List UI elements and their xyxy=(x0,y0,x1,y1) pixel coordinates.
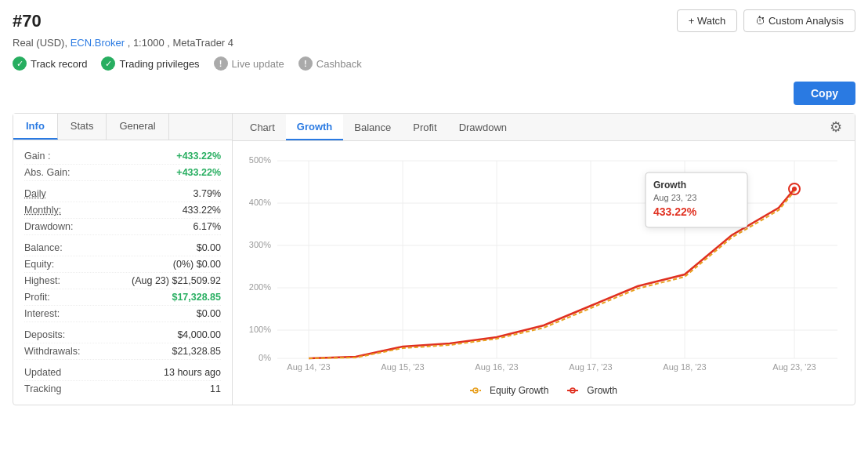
withdrawals-value: $21,328.85 xyxy=(172,346,221,357)
info-row-daily: Daily 3.79% xyxy=(24,186,221,202)
svg-text:300%: 300% xyxy=(249,240,271,249)
page-title: #70 xyxy=(13,11,42,31)
broker-link[interactable]: ECN.Broker xyxy=(71,37,125,49)
tracking-value: 11 xyxy=(210,383,221,394)
legend-growth: Growth xyxy=(567,385,617,396)
chart-tab-bar: Chart Growth Balance Profit Drawdown ⚙ xyxy=(233,114,855,141)
svg-text:400%: 400% xyxy=(249,198,271,207)
badge-live-update: ! Live update xyxy=(214,56,284,71)
badge-track-record-label: Track record xyxy=(31,58,87,70)
info-row-balance: Balance: $0.00 xyxy=(24,240,221,256)
svg-text:100%: 100% xyxy=(249,325,271,334)
growth-chart: 500% 400% 300% 200% 100% 0% xyxy=(241,149,847,376)
badge-trading-privileges-label: Trading privileges xyxy=(119,58,199,70)
daily-label: Daily xyxy=(24,188,46,199)
svg-text:Aug 23, '23: Aug 23, '23 xyxy=(772,362,816,372)
badge-track-record: ✓ Track record xyxy=(13,56,87,71)
right-panel: Chart Growth Balance Profit Drawdown ⚙ 5… xyxy=(233,114,855,405)
updated-value: 13 hours ago xyxy=(164,367,221,378)
profit-value: $17,328.85 xyxy=(172,292,221,303)
monthly-value: 433.22% xyxy=(183,205,221,216)
tab-stats[interactable]: Stats xyxy=(58,114,107,140)
chart-tab-balance[interactable]: Balance xyxy=(343,115,402,140)
copy-row: Copy xyxy=(13,82,855,105)
equity-label: Equity: xyxy=(24,259,54,270)
badge-trading-privileges: ✓ Trading privileges xyxy=(101,56,199,71)
svg-text:Aug 15, '23: Aug 15, '23 xyxy=(381,362,424,372)
chart-legend: Equity Growth Growth xyxy=(241,379,847,404)
deposits-label: Deposits: xyxy=(24,329,65,340)
settings-icon[interactable]: ⚙ xyxy=(823,114,848,140)
page: #70 + Watch ⏱ Custom Analysis Real (USD)… xyxy=(0,0,868,454)
info-row-profit: Profit: $17,328.85 xyxy=(24,289,221,306)
badge-cashback-label: Cashback xyxy=(316,58,362,70)
svg-text:Aug 23, '23: Aug 23, '23 xyxy=(653,193,696,202)
subtitle: Real (USD), ECN.Broker , 1:1000 , MetaTr… xyxy=(13,37,855,49)
info-row-abs-gain: Abs. Gain: +433.22% xyxy=(24,165,221,181)
monthly-label: Monthly: xyxy=(24,205,61,216)
deposits-value: $4,000.00 xyxy=(177,329,221,340)
abs-gain-value: +433.22% xyxy=(176,167,221,178)
svg-text:Aug 16, '23: Aug 16, '23 xyxy=(475,362,518,372)
info-row-equity: Equity: (0%) $0.00 xyxy=(24,256,221,273)
svg-text:Aug 18, '23: Aug 18, '23 xyxy=(663,362,706,372)
profit-label: Profit: xyxy=(24,292,50,303)
badge-live-update-label: Live update xyxy=(232,58,284,70)
info-row-highest: Highest: (Aug 23) $21,509.92 xyxy=(24,273,221,289)
check-icon: ✓ xyxy=(13,56,27,71)
svg-text:Aug 17, '23: Aug 17, '23 xyxy=(569,362,612,372)
withdrawals-label: Withdrawals: xyxy=(24,346,81,357)
info-row-withdrawals: Withdrawals: $21,328.85 xyxy=(24,343,221,360)
warn-icon: ! xyxy=(298,56,313,71)
info-table: Gain : +433.22% Abs. Gain: +433.22% Dail… xyxy=(13,140,232,405)
svg-text:200%: 200% xyxy=(249,282,271,292)
svg-text:Growth: Growth xyxy=(653,180,686,191)
tab-info[interactable]: Info xyxy=(13,114,58,140)
svg-text:433.22%: 433.22% xyxy=(653,205,697,218)
left-tab-bar: Info Stats General xyxy=(13,114,232,140)
main-content: Info Stats General Gain : +433.22% Abs. … xyxy=(13,113,855,405)
daily-value: 3.79% xyxy=(193,188,221,199)
header-buttons: + Watch ⏱ Custom Analysis xyxy=(677,9,855,32)
chart-tab-chart[interactable]: Chart xyxy=(239,115,286,140)
equity-growth-label: Equity Growth xyxy=(490,385,548,396)
info-row-deposits: Deposits: $4,000.00 xyxy=(24,327,221,343)
svg-text:Aug 14, '23: Aug 14, '23 xyxy=(287,362,330,372)
warn-icon: ! xyxy=(214,56,228,71)
svg-text:0%: 0% xyxy=(259,353,271,362)
copy-button[interactable]: Copy xyxy=(794,82,855,105)
tracking-label: Tracking xyxy=(24,383,61,394)
equity-growth-legend-icon xyxy=(470,387,486,394)
chart-area: 500% 400% 300% 200% 100% 0% xyxy=(233,141,855,404)
svg-text:500%: 500% xyxy=(249,155,271,165)
gain-label: Gain : xyxy=(24,151,50,162)
header: #70 + Watch ⏱ Custom Analysis xyxy=(13,9,855,32)
growth-legend-icon xyxy=(567,387,583,394)
info-row-interest: Interest: $0.00 xyxy=(24,306,221,322)
highest-label: Highest: xyxy=(24,275,60,286)
check-icon: ✓ xyxy=(101,56,115,71)
abs-gain-label: Abs. Gain: xyxy=(24,167,70,178)
custom-analysis-button[interactable]: ⏱ Custom Analysis xyxy=(743,9,855,32)
chart-tab-profit[interactable]: Profit xyxy=(402,115,447,140)
chart-tab-drawdown[interactable]: Drawdown xyxy=(448,115,518,140)
legend-equity-growth: Equity Growth xyxy=(470,385,548,396)
info-row-drawdown: Drawdown: 6.17% xyxy=(24,219,221,235)
balance-value: $0.00 xyxy=(197,242,221,253)
chart-tab-growth[interactable]: Growth xyxy=(286,114,344,140)
left-panel: Info Stats General Gain : +433.22% Abs. … xyxy=(13,114,233,405)
updated-label: Updated xyxy=(24,367,61,378)
svg-point-25 xyxy=(792,187,797,191)
info-row-gain: Gain : +433.22% xyxy=(24,148,221,165)
interest-label: Interest: xyxy=(24,308,60,319)
highest-value: (Aug 23) $21,509.92 xyxy=(132,275,221,286)
info-row-tracking: Tracking 11 xyxy=(24,381,221,397)
badges-row: ✓ Track record ✓ Trading privileges ! Li… xyxy=(13,56,855,71)
tab-general[interactable]: General xyxy=(107,114,168,140)
drawdown-value: 6.17% xyxy=(193,221,221,232)
badge-cashback: ! Cashback xyxy=(298,56,362,71)
info-row-updated: Updated 13 hours ago xyxy=(24,365,221,381)
watch-button[interactable]: + Watch xyxy=(677,9,738,32)
gain-value: +433.22% xyxy=(176,151,221,162)
equity-value: (0%) $0.00 xyxy=(173,259,221,270)
